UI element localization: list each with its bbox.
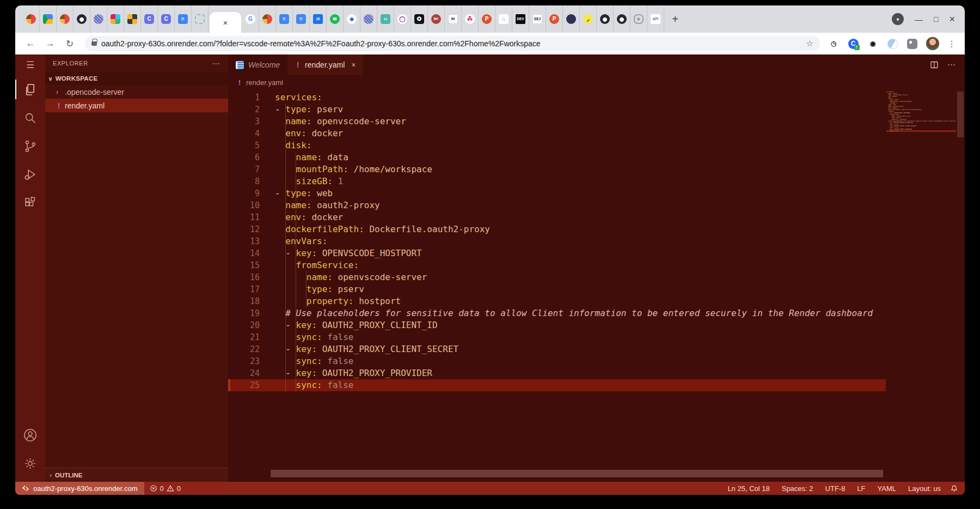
code-line-17[interactable]: 17 type: pserv <box>228 283 886 295</box>
maximize-button[interactable]: □ <box>934 15 938 23</box>
explorer-view-button[interactable] <box>15 75 45 104</box>
tab-welcome[interactable]: Welcome <box>228 54 287 75</box>
code-line-11[interactable]: 11 env: docker <box>228 211 886 223</box>
code-line-24[interactable]: 24 - key: OAUTH2_PROXY_PROVIDER <box>228 367 886 379</box>
extension-c-badged[interactable]: C! <box>847 38 859 50</box>
explorer-actions-icon[interactable]: ⋯ <box>212 59 220 68</box>
extension-clock[interactable]: ◷ <box>828 38 840 50</box>
pinned-tab-dashed-frame[interactable] <box>192 5 209 33</box>
sidebar-item-opencode-server[interactable]: › .opencode-server <box>45 85 228 99</box>
pinned-tab-star-badge[interactable]: ✪ <box>411 5 428 33</box>
code-line-9[interactable]: 9- type: web <box>228 187 886 199</box>
pinned-tab-grid-yellow[interactable] <box>124 5 141 33</box>
accounts-button[interactable] <box>15 421 45 449</box>
pinned-tab-google-docs[interactable]: ≡ <box>276 5 293 33</box>
source-control-view-button[interactable] <box>15 132 45 160</box>
pinned-tab-striped-ball[interactable] <box>360 5 377 33</box>
pinned-tab-github[interactable] <box>597 5 614 33</box>
pinned-tab-api[interactable]: API <box>647 5 664 33</box>
pinned-tab-google-docs[interactable]: ≡ <box>175 5 192 33</box>
problems-indicator[interactable]: 0 0 <box>144 484 186 493</box>
code-line-15[interactable]: 15 fromService: <box>228 259 886 271</box>
remote-indicator[interactable]: oauth2-proxy-630s.onrender.com <box>15 482 144 495</box>
back-button[interactable]: ← <box>23 36 38 51</box>
horizontal-scrollbar[interactable] <box>271 470 883 477</box>
pinned-tab-sej[interactable]: SEJ <box>529 5 546 33</box>
code-line-19[interactable]: 19 # Use placeholders for sensitive data… <box>228 307 886 319</box>
pinned-tab-code-teal[interactable]: ‹› <box>377 5 394 33</box>
encoding-status[interactable]: UTF-8 <box>819 484 852 493</box>
code-line-25[interactable]: 25 sync: false <box>228 379 886 391</box>
tab-close-icon[interactable]: × <box>223 18 228 27</box>
pinned-tab-google-drive[interactable] <box>40 5 57 33</box>
bookmark-star-icon[interactable]: ☆ <box>806 39 813 49</box>
language-mode-status[interactable]: YAML <box>872 484 902 493</box>
run-debug-view-button[interactable] <box>15 160 45 189</box>
code-line-14[interactable]: 14 - key: OPENVSCODE_HOSTPORT <box>228 247 886 259</box>
pinned-tab-blue-gem[interactable]: ◆ <box>344 5 360 33</box>
extension-target[interactable]: ◉ <box>867 38 879 50</box>
pinned-tab-slack[interactable] <box>107 5 124 33</box>
pinned-tab-github[interactable] <box>74 5 90 33</box>
code-line-18[interactable]: 18 property: hostport <box>228 295 886 307</box>
pinned-tab-gear-outline[interactable] <box>630 5 647 33</box>
sidebar-item-render-yaml[interactable]: ! render.yaml <box>45 99 228 112</box>
pinned-tab-c-app[interactable]: C <box>158 5 175 33</box>
cursor-position-status[interactable]: Ln 25, Col 18 <box>721 484 775 493</box>
pinned-tab-share-red[interactable]: ⁂ <box>462 5 479 33</box>
extension-puzzle[interactable] <box>906 38 918 50</box>
extensions-view-button[interactable] <box>15 189 45 217</box>
application-menu-button[interactable]: ☰ <box>15 54 45 75</box>
pinned-tab-github[interactable] <box>614 5 630 33</box>
url-text[interactable]: oauth2-proxy-630s.onrender.com/?folder=v… <box>101 39 541 48</box>
pinned-tab-spotify[interactable]: ≋ <box>327 5 344 33</box>
pinned-tab-dots-multi[interactable]: ∴ <box>495 5 512 33</box>
active-browser-tab[interactable]: × <box>210 12 241 33</box>
keyboard-layout-status[interactable]: Layout: us <box>902 484 947 493</box>
code-line-13[interactable]: 13 envVars: <box>228 235 886 247</box>
code-line-10[interactable]: 10 name: oauth2-proxy <box>228 199 886 211</box>
pinned-tab-scissors[interactable]: ✂ <box>428 5 445 33</box>
settings-button[interactable] <box>15 449 45 477</box>
code-line-22[interactable]: 22 - key: OAUTH2_PROXY_CLIENT_SECRET <box>228 343 886 355</box>
code-line-5[interactable]: 5 disk: <box>228 140 886 152</box>
code-line-12[interactable]: 12 dockerfilePath: Dockerfile.oauth2-pro… <box>228 223 886 235</box>
pinned-tab-product-hunt[interactable]: P <box>479 5 495 33</box>
pinned-tab-navy-circle[interactable] <box>563 5 580 33</box>
code-line-1[interactable]: 1services: <box>228 92 886 104</box>
pinned-tab-multicolor-app[interactable] <box>23 5 40 33</box>
split-editor-icon[interactable] <box>930 60 939 69</box>
padlock-icon[interactable] <box>91 41 97 46</box>
code-line-23[interactable]: 23 sync: false <box>228 355 886 367</box>
vertical-scrollbar-thumb[interactable] <box>957 92 964 137</box>
close-tab-icon[interactable]: × <box>351 60 356 69</box>
pinned-tab-striped-ball[interactable] <box>90 5 107 33</box>
pinned-tab-multicolor-app[interactable] <box>259 5 276 33</box>
reload-button[interactable]: ↻ <box>62 36 77 51</box>
minimap[interactable]: services:- type: pserv name: openvscode-… <box>886 91 956 132</box>
code-line-8[interactable]: 8 sizeGB: 1 <box>228 175 886 187</box>
code-line-6[interactable]: 6 name: data <box>228 152 886 163</box>
code-editor[interactable]: 1services:2- type: pserv3 name: openvsco… <box>228 89 965 482</box>
eol-status[interactable]: LF <box>851 484 871 493</box>
code-line-20[interactable]: 20 - key: OAUTH2_PROXY_CLIENT_ID <box>228 319 886 331</box>
address-bar[interactable]: oauth2-proxy-630s.onrender.com/?folder=v… <box>85 36 820 51</box>
tab-search-button[interactable]: ▾ <box>892 13 904 25</box>
code-line-16[interactable]: 16 name: openvscode-server <box>228 271 886 283</box>
editor-more-actions-icon[interactable]: ⋯ <box>947 60 956 70</box>
pinned-tab-yellow-circle[interactable]: ◞ <box>580 5 597 33</box>
pinned-tab-purple-ring[interactable]: ◯ <box>394 5 411 33</box>
pinned-tab-c-app[interactable]: C <box>141 5 158 33</box>
pinned-tab-google-calendar[interactable]: 10 <box>310 5 327 33</box>
pinned-tab-dev-to[interactable]: DEV <box>512 5 529 33</box>
profile-avatar[interactable] <box>926 37 940 51</box>
browser-menu-icon[interactable]: ⋮ <box>947 39 956 49</box>
minimize-button[interactable]: — <box>915 15 923 24</box>
pinned-tab-multicolor-app[interactable] <box>57 5 74 33</box>
search-view-button[interactable] <box>15 104 45 132</box>
code-line-4[interactable]: 4 env: docker <box>228 128 886 140</box>
pinned-tab-google[interactable]: G <box>242 5 259 33</box>
pinned-tab-indie-hackers[interactable]: IH <box>445 5 462 33</box>
tab-render-yaml[interactable]: ! render.yaml × <box>287 54 363 75</box>
code-line-7[interactable]: 7 mountPath: /home/workspace <box>228 163 886 175</box>
